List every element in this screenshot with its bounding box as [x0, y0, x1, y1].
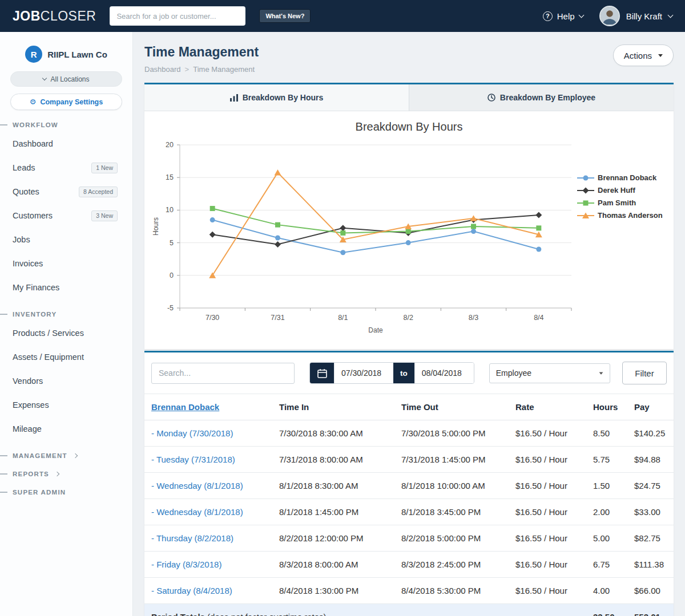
table-row: - Wednesday (8/1/2018)8/1/2018 8:30:00 A…: [144, 473, 674, 499]
day-link[interactable]: - Saturday (8/4/2018): [151, 586, 232, 595]
date-to-input[interactable]: [414, 363, 474, 383]
svg-text:5: 5: [170, 239, 174, 247]
svg-text:8/4: 8/4: [534, 314, 543, 322]
rate-cell: $16.50 / Hour: [509, 578, 586, 604]
user-photo-icon: [601, 7, 619, 25]
time-in-cell: 8/1/2018 8:30:00 AM: [272, 473, 394, 499]
employee-link[interactable]: Brennan Doback: [151, 402, 219, 412]
nav-section-reports[interactable]: REPORTS: [0, 471, 132, 477]
day-link[interactable]: - Friday (8/3/2018): [151, 560, 221, 569]
company-settings-button[interactable]: ⚙ Company Settings: [10, 94, 122, 110]
tab-breakdown-by-employee[interactable]: Breakdown By Employee: [409, 84, 674, 111]
table-row: - Thursday (8/2/2018)8/2/2018 12:00:00 P…: [144, 525, 674, 552]
time-out-cell: 8/1/2018 10:00:00 AM: [394, 473, 509, 499]
svg-text:Hours: Hours: [152, 217, 160, 236]
nav-section-workflow: WORKFLOW: [0, 121, 132, 128]
day-link[interactable]: - Monday (7/30/2018): [151, 428, 233, 438]
sidebar-item-expenses[interactable]: Expenses: [0, 393, 132, 417]
svg-text:10: 10: [166, 206, 174, 214]
sidebar-item-mileage[interactable]: Mileage: [0, 417, 132, 441]
user-menu[interactable]: Billy Kraft: [599, 6, 672, 26]
sidebar-item-customers[interactable]: Customers3 New: [0, 204, 132, 228]
totals-hours: 33.50: [586, 604, 627, 616]
sidebar-item-products-services[interactable]: Products / Services: [0, 321, 132, 345]
sidebar-item-label: Products / Services: [13, 329, 84, 338]
chevron-down-icon: [42, 76, 47, 80]
global-search-input[interactable]: [111, 7, 244, 25]
time-out-cell: 8/2/2018 5:00:00 PM: [394, 525, 509, 552]
pay-cell: $111.38: [627, 552, 674, 578]
time-out-cell: 7/31/2018 1:45:00 PM: [394, 447, 509, 473]
rate-cell: $16.50 / Hour: [509, 420, 586, 447]
pay-cell: $82.75: [627, 525, 674, 552]
table-row: - Monday (7/30/2018)7/30/2018 8:30:00 AM…: [144, 420, 674, 447]
sidebar-item-label: My Finances: [13, 283, 59, 292]
sidebar-item-assets-equipment[interactable]: Assets / Equipment: [0, 345, 132, 369]
table-search-input[interactable]: [151, 363, 295, 384]
company-name: RIIPL Lawn Co: [47, 50, 107, 59]
tab-breakdown-by-hours[interactable]: Breakdown By Hours: [144, 84, 409, 111]
legend-item-derek-huff[interactable]: Derek Huff: [577, 186, 673, 194]
date-from-input[interactable]: [334, 363, 393, 383]
employee-select[interactable]: Employee: [489, 363, 610, 383]
help-label: Help: [557, 11, 575, 21]
sidebar-item-invoices[interactable]: Invoices: [0, 252, 132, 275]
legend-item-thomas-anderson[interactable]: Thomas Anderson: [577, 211, 673, 220]
column-header-pay: Pay: [627, 394, 674, 420]
table-row: - Friday (8/3/2018)8/3/2018 8:00:00 AM8/…: [144, 552, 674, 578]
employee-column-header: Brennan Doback: [144, 394, 272, 420]
actions-button[interactable]: Actions: [613, 44, 674, 66]
svg-text:7/31: 7/31: [271, 314, 284, 322]
calendar-button[interactable]: [310, 363, 334, 383]
sidebar-item-jobs[interactable]: Jobs: [0, 228, 132, 252]
hours-cell: 5.00: [586, 525, 627, 552]
day-link[interactable]: - Tuesday (7/31/2018): [151, 455, 235, 464]
hours-cell: 5.75: [586, 447, 627, 473]
nav-section-management[interactable]: MANAGEMENT: [0, 452, 132, 459]
hours-cell: 1.50: [586, 473, 627, 499]
hours-cell: 8.50: [586, 420, 627, 447]
filter-button[interactable]: Filter: [622, 362, 667, 384]
rate-cell: $16.50 / Hour: [509, 499, 586, 525]
column-header-rate: Rate: [509, 394, 586, 420]
help-icon: ?: [543, 11, 553, 21]
sidebar: R RIIPL Lawn Co All Locations ⚙ Company …: [0, 32, 133, 616]
settings-label: Company Settings: [40, 98, 103, 106]
nav-section-inventory: INVENTORY: [0, 311, 132, 318]
whats-new-button[interactable]: What's New?: [259, 9, 311, 23]
sidebar-item-dashboard[interactable]: Dashboard: [0, 132, 132, 156]
sidebar-item-quotes[interactable]: Quotes8 Accepted: [0, 180, 132, 204]
legend-item-brennan-doback[interactable]: Brennan Doback: [577, 173, 673, 182]
topbar: JOBCLOSER What's New? ? Help Billy Kraft: [0, 0, 685, 32]
global-search: [110, 6, 245, 26]
totals-pay: 553.01: [627, 604, 674, 616]
breadcrumb-dashboard[interactable]: Dashboard: [144, 65, 181, 74]
time-in-cell: 8/4/2018 1:30:00 PM: [272, 578, 394, 604]
app-logo[interactable]: JOBCLOSER: [13, 9, 96, 24]
help-menu[interactable]: ? Help: [543, 11, 583, 21]
count-badge: 3 New: [91, 210, 118, 221]
rate-cell: $16.55 / Hour: [509, 525, 586, 552]
filter-bar: to Employee Filter: [144, 352, 674, 394]
sidebar-item-label: Dashboard: [13, 139, 53, 148]
table-row: - Wednesday (8/1/2018)8/1/2018 1:45:00 P…: [144, 499, 674, 525]
avatar: [599, 6, 620, 26]
sidebar-item-vendors[interactable]: Vendors: [0, 369, 132, 393]
column-header-hours: Hours: [586, 394, 627, 420]
day-link[interactable]: - Wednesday (8/1/2018): [151, 507, 243, 517]
company-logo: R: [25, 46, 42, 63]
page-title: Time Management: [144, 44, 259, 60]
svg-text:0: 0: [170, 271, 174, 279]
rate-cell: $16.50 / Hour: [509, 552, 586, 578]
sidebar-item-my-finances[interactable]: My Finances: [0, 275, 132, 299]
all-locations-dropdown[interactable]: All Locations: [10, 71, 122, 87]
day-link[interactable]: - Thursday (8/2/2018): [151, 533, 233, 543]
bar-chart-icon: [230, 94, 238, 102]
hours-cell: 6.75: [586, 552, 627, 578]
sidebar-item-leads[interactable]: Leads1 New: [0, 156, 132, 180]
day-link[interactable]: - Wednesday (8/1/2018): [151, 481, 243, 491]
sidebar-nav: WORKFLOWDashboardLeads1 NewQuotes8 Accep…: [0, 121, 132, 496]
count-badge: 1 New: [91, 163, 118, 173]
legend-item-pam-smith[interactable]: Pam Smith: [577, 198, 673, 207]
svg-text:8/3: 8/3: [469, 314, 478, 322]
